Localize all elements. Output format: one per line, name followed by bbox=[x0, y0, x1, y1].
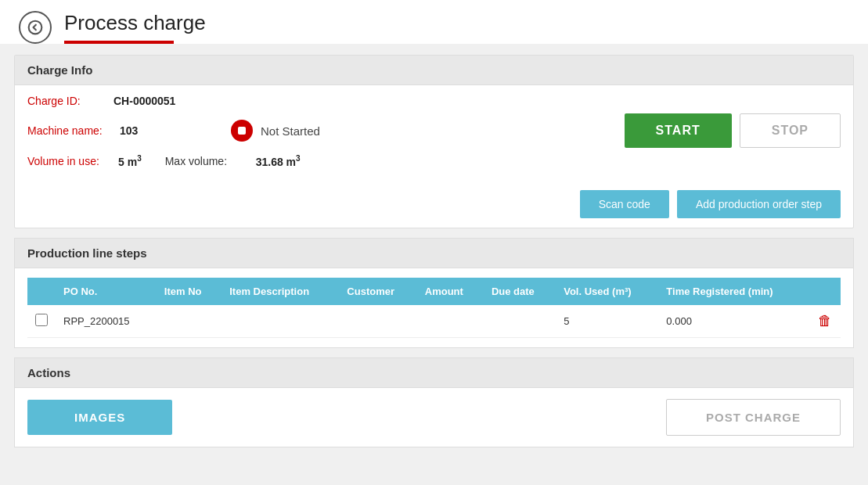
col-vol-used: Vol. Used (m³) bbox=[556, 278, 658, 305]
status-area: Not Started bbox=[231, 120, 625, 142]
col-checkbox bbox=[27, 278, 56, 305]
max-volume-item: Max volume: 31.68 m3 bbox=[165, 154, 301, 168]
status-text: Not Started bbox=[261, 124, 320, 138]
actions-body: IMAGES POST CHARGE bbox=[15, 388, 853, 447]
max-volume-label: Max volume: bbox=[165, 155, 251, 167]
col-actions bbox=[809, 278, 841, 305]
row-checkbox[interactable] bbox=[35, 314, 48, 326]
row-po-no: RPP_2200015 bbox=[56, 305, 157, 338]
col-item-description: Item Description bbox=[222, 278, 339, 305]
status-icon bbox=[231, 120, 253, 142]
stop-button[interactable]: STOP bbox=[740, 113, 841, 148]
production-line-card: Production line steps PO No. Item No Ite… bbox=[14, 238, 854, 348]
delete-icon[interactable]: 🗑 bbox=[818, 313, 832, 329]
charge-id-value: CH-0000051 bbox=[113, 95, 175, 107]
action-row: Scan code Add production order step bbox=[15, 184, 853, 228]
row-checkbox-cell[interactable] bbox=[27, 305, 56, 338]
max-volume-value: 31.68 m3 bbox=[256, 154, 301, 168]
charge-id-row: Charge ID: CH-0000051 bbox=[27, 95, 841, 107]
add-production-order-step-button[interactable]: Add production order step bbox=[677, 190, 841, 218]
machine-name-label: Machine name: bbox=[27, 124, 113, 137]
status-icon-inner bbox=[238, 127, 246, 135]
row-item-description bbox=[222, 305, 339, 338]
col-customer: Customer bbox=[339, 278, 416, 305]
header: Process charge bbox=[0, 0, 868, 44]
page-title-block: Process charge bbox=[64, 11, 206, 43]
main-content: Charge Info Charge ID: CH-0000051 Machin… bbox=[0, 44, 868, 458]
charge-info-body: Charge ID: CH-0000051 Machine name: 103 … bbox=[15, 85, 853, 184]
row-time-registered: 0.000 bbox=[658, 305, 809, 338]
col-time-registered: Time Registered (min) bbox=[658, 278, 809, 305]
table-row: RPP_2200015 5 0.000 🗑 bbox=[27, 305, 841, 338]
machine-name-value: 103 bbox=[120, 124, 138, 137]
actions-card: Actions IMAGES POST CHARGE bbox=[14, 357, 854, 447]
row-amount bbox=[417, 305, 484, 338]
post-charge-button[interactable]: POST CHARGE bbox=[666, 399, 841, 436]
production-line-header: Production line steps bbox=[15, 239, 853, 268]
volume-row: Volume in use: 5 m3 Max volume: 31.68 m3 bbox=[27, 154, 841, 168]
row-delete-cell[interactable]: 🗑 bbox=[809, 305, 841, 338]
col-due-date: Due date bbox=[484, 278, 556, 305]
images-button[interactable]: IMAGES bbox=[27, 400, 172, 435]
row-item-no bbox=[157, 305, 222, 338]
svg-point-0 bbox=[29, 21, 42, 34]
volume-in-use-item: Volume in use: 5 m3 bbox=[27, 154, 142, 168]
row-customer bbox=[339, 305, 416, 338]
charge-info-header: Charge Info bbox=[15, 56, 853, 85]
table-header-row: PO No. Item No Item Description Customer… bbox=[27, 278, 841, 305]
actions-header: Actions bbox=[15, 358, 853, 388]
col-item-no: Item No bbox=[157, 278, 222, 305]
row-due-date bbox=[484, 305, 556, 338]
start-button[interactable]: START bbox=[625, 113, 732, 148]
page-title: Process charge bbox=[64, 11, 206, 35]
volume-in-use-value: 5 m3 bbox=[118, 154, 142, 168]
volume-in-use-label: Volume in use: bbox=[27, 155, 113, 167]
charge-info-card: Charge Info Charge ID: CH-0000051 Machin… bbox=[14, 55, 854, 228]
scan-code-button[interactable]: Scan code bbox=[580, 190, 669, 218]
table-wrapper: PO No. Item No Item Description Customer… bbox=[15, 268, 853, 347]
production-table: PO No. Item No Item Description Customer… bbox=[27, 278, 841, 338]
title-underline bbox=[64, 41, 174, 44]
row-vol-used: 5 bbox=[556, 305, 658, 338]
charge-id-label: Charge ID: bbox=[27, 95, 113, 107]
col-amount: Amount bbox=[417, 278, 484, 305]
back-button[interactable] bbox=[19, 11, 52, 44]
col-po-no: PO No. bbox=[56, 278, 157, 305]
